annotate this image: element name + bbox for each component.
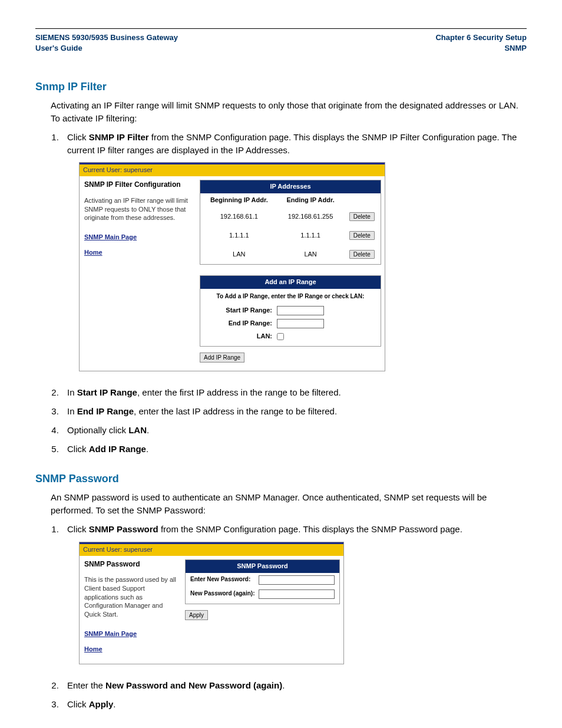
screenshot-ipfilter: Current User: superuser SNMP IP Filter C… [79, 162, 385, 371]
step-5-bold: Add IP Range [89, 444, 146, 454]
step-1: Click SNMP IP Filter from the SNMP Confi… [61, 131, 527, 381]
step-pw-1: Click SNMP Password from the SNMP Config… [61, 523, 527, 673]
ss1-desc: Activating an IP Filter range will limit… [84, 196, 191, 223]
page-header: SIEMENS 5930/5935 Business Gateway User'… [35, 29, 527, 63]
step-5: Click Add IP Range. [61, 443, 527, 456]
step-pw-3-bold: Apply [89, 699, 114, 709]
end-ip-input[interactable] [277, 319, 324, 328]
step-pw-2: Enter the New Password and New Password … [61, 679, 527, 692]
label-start-ip: Start IP Range: [206, 306, 277, 315]
table-cell: 192.168.61.1 [200, 207, 278, 226]
table-cell: 1.1.1.1 [200, 226, 278, 245]
table-cell: 192.168.61.255 [278, 207, 343, 226]
step-3-pre: In [67, 406, 77, 416]
step-3-post: , enter the last IP address in the range… [134, 406, 337, 416]
step-3: In End IP Range, enter the last IP addre… [61, 405, 527, 418]
header-guide: User's Guide [35, 43, 178, 54]
step-5-pre: Click [67, 444, 89, 454]
step-pw-3-post: . [113, 699, 115, 709]
table-cell: LAN [200, 245, 278, 264]
section-title-password: SNMP Password [35, 473, 527, 485]
label-new-password: Enter New Password: [190, 575, 259, 584]
delete-button[interactable]: Delete [349, 231, 375, 240]
password-again-input[interactable] [259, 589, 335, 599]
ss2-desc: This is the password used by all Client … [84, 575, 177, 619]
step-4-bold: LAN [128, 425, 147, 435]
step-4: Optionally click LAN. [61, 424, 527, 437]
step-2-bold: Start IP Range [77, 387, 137, 397]
step-pw-3: Click Apply. [61, 698, 527, 711]
section-intro-password: An SNMP password is used to authenticate… [35, 491, 527, 517]
ss1-table-header: IP Addresses [200, 180, 381, 193]
header-section: SNMP [435, 43, 527, 54]
ss1-add-note: To Add a IP Range, enter the IP Range or… [200, 289, 381, 305]
header-product: SIEMENS 5930/5935 Business Gateway [35, 32, 178, 43]
ss1-col-begin: Beginning IP Addr. [200, 193, 278, 207]
step-pw-2-bold: New Password and New Password (again) [105, 680, 282, 690]
step-5-post: . [146, 444, 148, 454]
new-password-input[interactable] [259, 575, 335, 585]
label-end-ip: End IP Range: [206, 319, 277, 328]
screenshot-password: Current User: superuser SNMP Password Th… [79, 542, 344, 664]
add-ip-range-button[interactable]: Add IP Range [200, 353, 244, 363]
ss2-userbar: Current User: superuser [80, 544, 343, 556]
step-1-pre: Click [67, 132, 89, 142]
ss1-title: SNMP IP Filter Configuration [84, 180, 191, 190]
ss1-link-home[interactable]: Home [84, 248, 191, 258]
step-1-bold: SNMP IP Filter [89, 132, 149, 142]
step-pw-3-pre: Click [67, 699, 89, 709]
delete-button[interactable]: Delete [349, 212, 375, 221]
ss1-col-end: Ending IP Addr. [278, 193, 343, 207]
step-pw-1-post: from the SNMP Configuration page. This d… [158, 524, 462, 534]
step-3-bold: End IP Range [77, 406, 134, 416]
step-4-pre: Optionally click [67, 425, 128, 435]
ss1-link-main[interactable]: SNMP Main Page [84, 233, 191, 242]
table-cell: LAN [278, 245, 343, 264]
start-ip-input[interactable] [277, 306, 324, 315]
table-cell: 1.1.1.1 [278, 226, 343, 245]
step-4-post: . [147, 425, 149, 435]
ss2-box-header: SNMP Password [186, 560, 339, 573]
step-pw-2-pre: Enter the [67, 680, 105, 690]
section-intro-ipfilter: Activating an IP Filter range will limit… [35, 99, 527, 125]
step-pw-1-pre: Click [67, 524, 89, 534]
ss1-add-header: Add an IP Range [200, 276, 381, 289]
apply-button[interactable]: Apply [185, 610, 208, 620]
label-password-again: New Password (again): [190, 589, 259, 598]
ss2-link-home[interactable]: Home [84, 645, 177, 654]
step-pw-2-post: . [282, 680, 285, 690]
ss1-userbar: Current User: superuser [80, 164, 385, 176]
ss2-title: SNMP Password [84, 559, 177, 569]
header-chapter: Chapter 6 Security Setup [435, 32, 527, 43]
label-lan: LAN: [206, 332, 277, 341]
step-pw-1-bold: SNMP Password [89, 524, 158, 534]
ss2-link-main[interactable]: SNMP Main Page [84, 630, 177, 639]
section-title-ipfilter: Snmp IP Filter [35, 81, 527, 93]
step-2: In Start IP Range, enter the first IP ad… [61, 386, 527, 399]
step-2-pre: In [67, 387, 77, 397]
step-2-post: , enter the first IP address in the rang… [137, 387, 341, 397]
delete-button[interactable]: Delete [349, 250, 375, 259]
lan-checkbox[interactable] [277, 333, 284, 340]
